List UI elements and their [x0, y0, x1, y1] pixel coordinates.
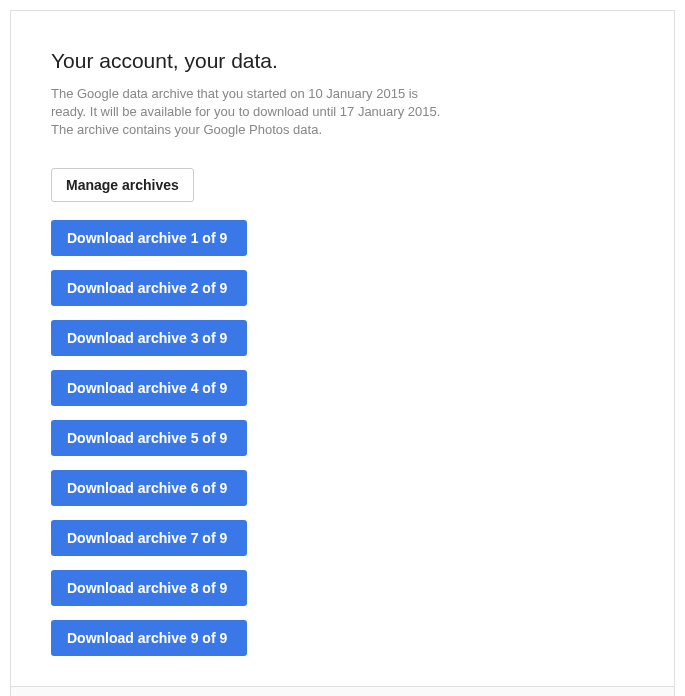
download-archive-button[interactable]: Download archive 5 of 9	[51, 420, 247, 456]
download-archive-button[interactable]: Download archive 8 of 9	[51, 570, 247, 606]
notification-card: Your account, your data. The Google data…	[10, 10, 675, 696]
download-archive-button[interactable]: Download archive 1 of 9	[51, 220, 247, 256]
description-text: The Google data archive that you started…	[51, 85, 451, 140]
download-archive-button[interactable]: Download archive 7 of 9	[51, 520, 247, 556]
download-archive-button[interactable]: Download archive 4 of 9	[51, 370, 247, 406]
manage-archives-button[interactable]: Manage archives	[51, 168, 194, 202]
card-content: Your account, your data. The Google data…	[11, 11, 674, 686]
footer: This message was sent to you because you…	[11, 686, 674, 696]
download-archive-button[interactable]: Download archive 6 of 9	[51, 470, 247, 506]
download-archive-button[interactable]: Download archive 2 of 9	[51, 270, 247, 306]
download-archive-button[interactable]: Download archive 3 of 9	[51, 320, 247, 356]
download-archive-button[interactable]: Download archive 9 of 9	[51, 620, 247, 656]
page-title: Your account, your data.	[51, 49, 634, 73]
download-button-list: Download archive 1 of 9 Download archive…	[51, 220, 634, 656]
